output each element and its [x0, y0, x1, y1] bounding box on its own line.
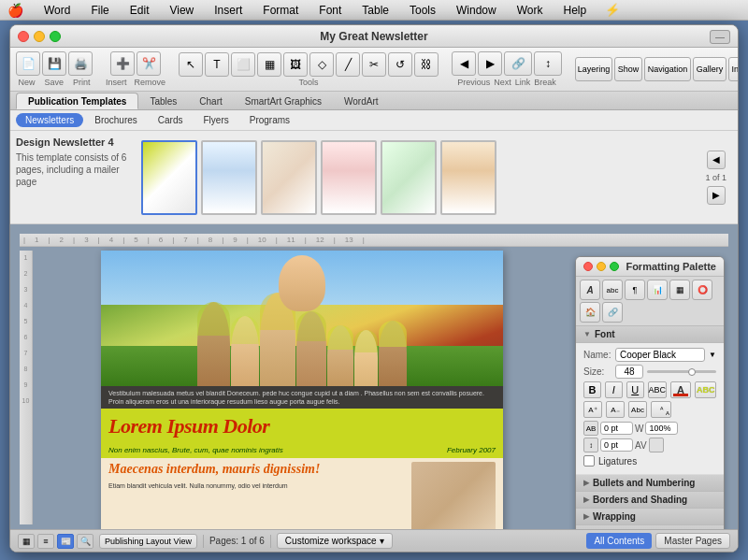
font-section-header[interactable]: ▼ Font: [576, 326, 724, 343]
minimize-button[interactable]: [34, 31, 45, 42]
view-btn-3[interactable]: 📰: [57, 534, 74, 549]
navigation-button[interactable]: Navigation: [644, 57, 691, 81]
master-pages-button[interactable]: Master Pages: [655, 533, 730, 549]
wrapping-section[interactable]: ▶ Wrapping: [576, 509, 724, 525]
maximize-button[interactable]: [50, 31, 61, 42]
template-thumb-1[interactable]: [141, 140, 197, 215]
gallery-button[interactable]: Gallery: [693, 57, 726, 81]
template-thumb-6[interactable]: [440, 140, 496, 215]
templates-next-button[interactable]: ▶: [707, 186, 726, 205]
font-size-slider[interactable]: [647, 370, 716, 373]
subtab-brochures[interactable]: Brochures: [85, 113, 147, 127]
line-spacing-input[interactable]: [600, 438, 633, 452]
ligatures-checkbox[interactable]: [583, 455, 595, 467]
link-button[interactable]: 🔗: [504, 51, 532, 76]
font-color-button[interactable]: A: [670, 381, 692, 398]
save-button[interactable]: 💾: [42, 51, 66, 76]
superscript-button[interactable]: A⁺: [583, 401, 602, 418]
bold-button[interactable]: B: [583, 381, 601, 398]
palette-tool-8[interactable]: 🔗: [602, 302, 623, 323]
menu-format[interactable]: Format: [259, 2, 302, 19]
previous-button[interactable]: ◀: [452, 51, 476, 76]
palette-tool-4[interactable]: 📊: [647, 280, 668, 300]
inspector-button[interactable]: Inspector: [728, 57, 739, 81]
image-tool[interactable]: 🖼: [283, 52, 308, 77]
menu-font[interactable]: Font: [315, 2, 345, 19]
close-button[interactable]: [18, 31, 29, 42]
highlight-button[interactable]: ABC: [695, 381, 716, 398]
layering-button[interactable]: Layering: [575, 57, 612, 81]
menu-table[interactable]: Table: [358, 2, 393, 19]
all-contents-button[interactable]: All Contents: [586, 533, 652, 549]
menu-window[interactable]: Window: [453, 2, 500, 19]
underline-button[interactable]: U: [626, 381, 644, 398]
remove-button[interactable]: ✂️: [137, 51, 161, 76]
palette-tool-6[interactable]: ⭕: [692, 280, 712, 300]
tab-wordart[interactable]: WordArt: [333, 93, 390, 109]
crop-tool[interactable]: ✂: [362, 52, 386, 77]
table-tool[interactable]: ▦: [257, 52, 281, 77]
borders-shading-section[interactable]: ▶ Borders and Shading: [576, 492, 724, 509]
menu-word[interactable]: Word: [40, 2, 74, 19]
subtab-newsletters[interactable]: Newsletters: [16, 113, 83, 127]
next-button[interactable]: ▶: [478, 51, 502, 76]
strikethrough-button[interactable]: ABC: [648, 381, 667, 398]
char-spacing-input[interactable]: [600, 422, 633, 435]
text-tool[interactable]: T: [205, 52, 229, 77]
palette-tool-5[interactable]: ▦: [669, 280, 690, 300]
menu-file[interactable]: File: [87, 2, 112, 19]
line-tool[interactable]: ╱: [336, 52, 360, 77]
template-thumb-4[interactable]: [321, 140, 377, 215]
palette-maximize[interactable]: [610, 262, 619, 271]
view-btn-2[interactable]: ≡: [37, 534, 54, 549]
break-button[interactable]: ↕: [534, 51, 562, 76]
insert-button[interactable]: ➕: [110, 51, 135, 76]
palette-tool-3[interactable]: ¶: [625, 280, 645, 300]
all-caps-button[interactable]: Abc: [628, 401, 647, 418]
palette-close[interactable]: [583, 262, 593, 271]
tab-publication-templates[interactable]: Publication Templates: [16, 93, 138, 109]
shape-tool[interactable]: ◇: [309, 52, 334, 77]
templates-prev-button[interactable]: ◀: [707, 151, 726, 169]
collapse-button[interactable]: —: [710, 30, 730, 44]
new-button[interactable]: 📄: [16, 51, 40, 76]
small-caps-button[interactable]: ᴬA: [651, 401, 671, 418]
rotate-tool[interactable]: ↺: [388, 52, 412, 77]
tab-smartart[interactable]: SmartArt Graphics: [234, 93, 333, 109]
font-size-input[interactable]: [615, 365, 643, 379]
tab-chart[interactable]: Chart: [188, 93, 233, 109]
menu-view[interactable]: View: [165, 2, 197, 19]
frame-tool[interactable]: ⬜: [231, 52, 255, 77]
font-name-input[interactable]: [615, 348, 705, 362]
apple-logo[interactable]: 🍎: [7, 3, 23, 18]
tab-tables[interactable]: Tables: [138, 93, 188, 109]
menu-work[interactable]: Work: [513, 2, 547, 19]
customize-workspace-button[interactable]: Customize workspace ▾: [277, 533, 393, 549]
palette-tool-7[interactable]: 🏠: [580, 302, 600, 323]
template-thumb-3[interactable]: [261, 140, 317, 215]
italic-button[interactable]: I: [605, 381, 623, 398]
width-scale-input[interactable]: [645, 422, 678, 435]
subtab-programs[interactable]: Programs: [240, 113, 299, 127]
menu-tools[interactable]: Tools: [406, 2, 439, 19]
font-name-dropdown[interactable]: ▼: [709, 351, 716, 359]
subtab-cards[interactable]: Cards: [149, 113, 193, 127]
menu-insert[interactable]: Insert: [210, 2, 246, 19]
cursor-tool[interactable]: ↖: [179, 52, 203, 77]
subscript-button[interactable]: A₋: [606, 401, 625, 418]
palette-minimize[interactable]: [597, 262, 606, 271]
template-thumb-5[interactable]: [381, 140, 437, 215]
view-btn-1[interactable]: ▦: [18, 534, 35, 549]
menu-help[interactable]: Help: [560, 2, 591, 19]
palette-tool-1[interactable]: A: [580, 280, 600, 300]
view-btn-4[interactable]: 🔍: [77, 534, 94, 549]
kerning-btn[interactable]: [649, 438, 664, 452]
print-button[interactable]: 🖨️: [68, 51, 93, 76]
template-thumb-2[interactable]: [201, 140, 257, 215]
subtab-flyers[interactable]: Flyers: [194, 113, 238, 127]
menu-edit[interactable]: Edit: [126, 2, 153, 19]
palette-tool-2[interactable]: abc: [602, 280, 623, 300]
show-button[interactable]: Show: [614, 57, 642, 81]
link-frame-tool[interactable]: ⛓: [414, 52, 439, 77]
bullets-numbering-section[interactable]: ▶ Bullets and Numbering: [576, 475, 724, 492]
